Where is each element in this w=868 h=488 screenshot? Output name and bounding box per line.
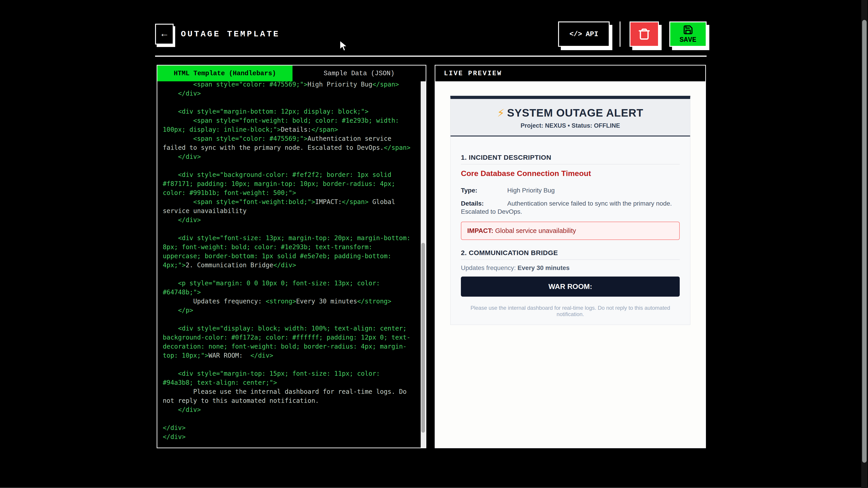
alert-header: ⚡SYSTEM OUTAGE ALERT Project: NEXUS • St… xyxy=(451,99,690,136)
code-editor[interactable]: <span style="color: #475569;">High Prior… xyxy=(157,81,426,448)
save-button[interactable]: SAVE xyxy=(669,22,707,47)
delete-button[interactable] xyxy=(629,22,659,47)
updates-value: Every 30 minutes xyxy=(518,264,569,271)
back-button[interactable]: ← xyxy=(155,24,174,44)
live-preview-header: LIVE PREVIEW xyxy=(435,66,705,81)
details-row: Details:Authentication service failed to… xyxy=(461,199,680,216)
type-row: Type:High Priority Bug xyxy=(461,186,680,195)
top-toolbar: ← OUTAGE TEMPLATE </> API xyxy=(155,21,707,47)
preview-footer-note: Please use the internal dashboard for re… xyxy=(461,305,680,318)
details-label: Details: xyxy=(461,199,507,207)
impact-label: IMPACT: xyxy=(467,227,493,234)
updates-label: Updates frequency: xyxy=(461,264,518,271)
editor-scrollbar[interactable] xyxy=(421,81,426,448)
page-scrollbar[interactable] xyxy=(861,0,868,488)
impact-text: Global service unavailability xyxy=(493,227,576,234)
alert-subtitle: Project: NEXUS • Status: OFFLINE xyxy=(455,122,686,129)
back-arrow-icon: ← xyxy=(161,29,167,39)
api-button[interactable]: </> API xyxy=(558,22,610,47)
code-text[interactable]: <span style="color: #475569;">High Prior… xyxy=(163,81,410,442)
editor-scrollbar-thumb[interactable] xyxy=(421,243,425,433)
editor-tabs: HTML Template (Handlebars) Sample Data (… xyxy=(157,66,426,81)
incident-title: Core Database Connection Timeout xyxy=(461,169,680,178)
tab-html-template[interactable]: HTML Template (Handlebars) xyxy=(157,66,292,81)
section-communication-heading: 2. COMMUNICATION BRIDGE xyxy=(461,249,680,260)
floppy-disk-icon xyxy=(683,25,693,35)
live-preview-panel: LIVE PREVIEW ⚡SYSTEM OUTAGE ALERT Projec… xyxy=(435,65,706,448)
war-room-button[interactable]: WAR ROOM: xyxy=(461,276,680,297)
tab-sample-data[interactable]: Sample Data (JSON) xyxy=(292,66,426,81)
toolbar-divider xyxy=(620,22,620,47)
api-button-label: API xyxy=(586,30,598,38)
live-preview-title: LIVE PREVIEW xyxy=(444,70,502,77)
page-title: OUTAGE TEMPLATE xyxy=(181,29,280,39)
trash-icon xyxy=(638,28,651,41)
lightning-bolt-icon: ⚡ xyxy=(497,107,505,119)
template-editor-panel: HTML Template (Handlebars) Sample Data (… xyxy=(157,65,426,448)
app-window: ← OUTAGE TEMPLATE </> API xyxy=(0,0,868,488)
type-value: High Priority Bug xyxy=(507,187,555,194)
impact-alert-box: IMPACT: Global service unavailability xyxy=(461,222,680,240)
preview-area: ⚡SYSTEM OUTAGE ALERT Project: NEXUS • St… xyxy=(435,81,705,448)
code-brackets-icon: </> xyxy=(569,30,582,38)
alert-title: ⚡SYSTEM OUTAGE ALERT xyxy=(455,107,686,119)
outage-alert-card: ⚡SYSTEM OUTAGE ALERT Project: NEXUS • St… xyxy=(450,96,690,325)
save-button-label: SAVE xyxy=(680,36,696,44)
section-incident-heading: 1. INCIDENT DESCRIPTION xyxy=(461,154,680,164)
updates-frequency: Updates frequency: Every 30 minutes xyxy=(461,264,680,271)
alert-body: 1. INCIDENT DESCRIPTION Core Database Co… xyxy=(451,136,690,325)
type-label: Type: xyxy=(461,186,507,195)
header-divider xyxy=(155,56,707,57)
page-scrollbar-thumb[interactable] xyxy=(862,20,867,463)
